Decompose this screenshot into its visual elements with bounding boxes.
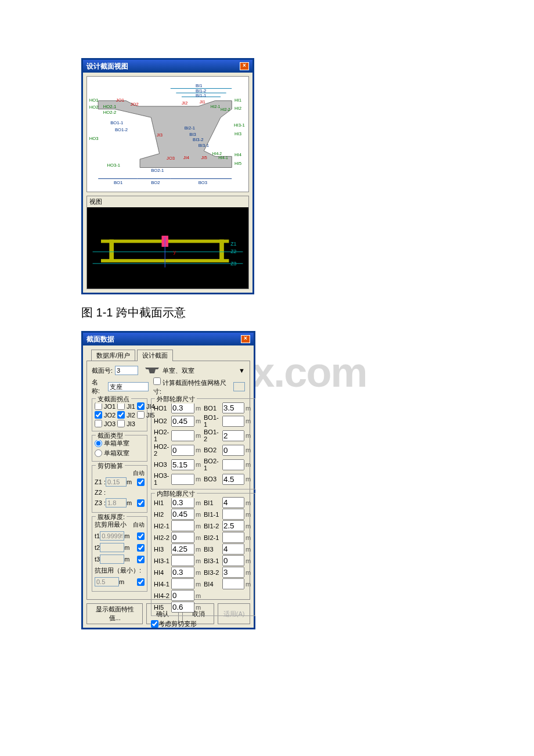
window-title-2: 截面数据	[86, 334, 114, 344]
bo2[interactable]	[222, 445, 244, 456]
lbl-jo2: JO2	[131, 102, 139, 107]
ho3[interactable]	[171, 459, 194, 470]
rdo-single[interactable]	[95, 440, 102, 447]
close-icon[interactable]: ×	[241, 335, 250, 343]
hi4-1	[171, 578, 194, 589]
lbl-ji1: JI1	[200, 99, 205, 105]
tab-database[interactable]: 数据库/用户	[91, 350, 135, 361]
lbl-hi4: HI4	[234, 152, 242, 157]
tab-bar: 数据库/用户 设计截面	[83, 345, 254, 361]
lbl-bi1-1: BI1-1	[196, 93, 206, 98]
section-type-value: 单室、双室	[163, 366, 194, 375]
lbl-ji3: JI3	[157, 132, 163, 138]
shear-fieldset: 剪切验算 自动 Z1 :m Z2 : Z3 :m	[92, 465, 147, 513]
section-no-input[interactable]	[115, 366, 138, 375]
lbl-ji2: JI2	[182, 100, 187, 106]
hi2-2[interactable]	[171, 532, 194, 543]
bi1-1	[222, 509, 244, 520]
close-icon[interactable]: ×	[240, 62, 249, 70]
name-label: 名称:	[92, 378, 106, 395]
lbl-bo1: BO1	[114, 180, 122, 185]
lbl-bi3: BI3	[189, 132, 196, 137]
bi3[interactable]	[222, 543, 244, 555]
grid-checkbox[interactable]	[153, 377, 161, 385]
hi2-1	[171, 520, 194, 531]
t3-auto[interactable]	[137, 556, 145, 563]
t1-auto[interactable]	[137, 532, 145, 540]
chk-ji3[interactable]	[117, 420, 125, 427]
lbl-bi3-1: BI3-1	[199, 143, 209, 148]
hi4[interactable]	[171, 567, 194, 578]
lbl-bo2: BO2	[151, 180, 160, 185]
bi1[interactable]	[222, 497, 244, 508]
bo1[interactable]	[222, 402, 244, 413]
chk-jo3[interactable]	[95, 420, 102, 427]
lbl-bo1-1: BO1-1	[110, 120, 123, 125]
outer-legend: 外部轮廓尺寸	[155, 395, 197, 404]
lbl-hi2-2: HI2-2	[221, 107, 230, 111]
bo1-1	[222, 416, 244, 427]
titlebar[interactable]: 设计截面视图 ×	[83, 60, 252, 73]
lbl-y: y	[174, 249, 176, 255]
lbl-ji5: JI5	[201, 155, 207, 160]
grid-label: 计算截面特性值网格尺寸:	[153, 379, 226, 395]
lbl-bo1-2: BO1-2	[115, 127, 128, 132]
lbl-hi4-1: HI4-1	[218, 156, 228, 160]
bi4	[222, 578, 244, 589]
hi2[interactable]	[171, 509, 194, 520]
bo3[interactable]	[222, 474, 244, 485]
ho1[interactable]	[171, 402, 194, 413]
lbl-ho1: HO1	[89, 98, 99, 103]
shear-deform-checkbox[interactable]	[151, 620, 158, 628]
lbl-ho3-1: HO3-1	[107, 163, 121, 168]
ho2-2[interactable]	[171, 445, 194, 456]
bi1-2[interactable]	[222, 520, 244, 531]
figure-caption: 图 1-1 跨中截面示意	[81, 305, 534, 321]
lbl-ho2: HO2	[89, 105, 99, 110]
rdo-double[interactable]	[95, 449, 102, 457]
name-input[interactable]	[108, 382, 149, 391]
grid-input	[233, 382, 245, 391]
lbl-jo1: JO1	[116, 98, 124, 103]
design-section-view-window: 设计截面视图 × BI1 BI1-2 BI1-1 HO1 JO1 JO2 JI2…	[81, 58, 254, 294]
bo1-2[interactable]	[222, 430, 244, 441]
tab-design[interactable]: 设计截面	[137, 350, 173, 361]
hi3-1	[171, 555, 194, 566]
z3-auto[interactable]	[137, 499, 145, 507]
torsion-auto[interactable]	[137, 578, 145, 586]
bi3-1[interactable]	[222, 555, 244, 566]
torsion-input	[95, 577, 119, 586]
section-type-dropdown[interactable]	[144, 366, 160, 375]
hi4-2[interactable]	[171, 590, 194, 601]
bi3-2[interactable]	[222, 567, 244, 578]
lbl-hi3-1: HI3-1	[234, 123, 245, 128]
hi5[interactable]	[171, 602, 194, 613]
hi3[interactable]	[171, 543, 194, 555]
chk-jo2[interactable]	[95, 411, 102, 419]
lbl-bi2-1: BI2-1	[185, 125, 195, 131]
lbl-hi2: HI2	[234, 106, 241, 111]
web-legend: 腹板厚度:	[96, 513, 127, 521]
section-data-window: 截面数据 × 数据库/用户 设计截面 截面号: 单室、双室 ▼ 名称: 计算截面…	[81, 331, 255, 629]
lbl-ji4: JI4	[183, 155, 190, 160]
svg-rect-9	[219, 240, 224, 262]
lbl-hi5: HI5	[234, 161, 241, 166]
lbl-z3: Z3	[230, 261, 236, 267]
titlebar-2[interactable]: 截面数据 ×	[83, 333, 254, 345]
outer-fieldset: 外部轮廓尺寸 HO1mBO1m HO2mBO1-1m HO2-1mBO1-2m …	[151, 398, 255, 489]
window-title: 设计截面视图	[86, 62, 128, 71]
t2-auto[interactable]	[137, 544, 145, 552]
ho2[interactable]	[171, 416, 194, 427]
z1-auto[interactable]	[137, 478, 145, 486]
t2-input	[100, 543, 124, 552]
lbl-hi2-1: HI2-1	[211, 105, 221, 109]
chk-ji5[interactable]	[137, 411, 145, 419]
hi1[interactable]	[171, 497, 194, 508]
section-no-label: 截面号:	[92, 366, 113, 375]
web-fieldset: 腹板厚度: 抗剪用最小自动 t1 m t2 m t3 m 抗扭用（最小）: m	[92, 516, 147, 592]
view-label: 视图	[87, 196, 248, 207]
ho2-1	[171, 430, 194, 441]
chk-ji4[interactable]	[137, 402, 145, 410]
svg-rect-8	[109, 240, 114, 262]
chk-ji2[interactable]	[117, 411, 125, 419]
